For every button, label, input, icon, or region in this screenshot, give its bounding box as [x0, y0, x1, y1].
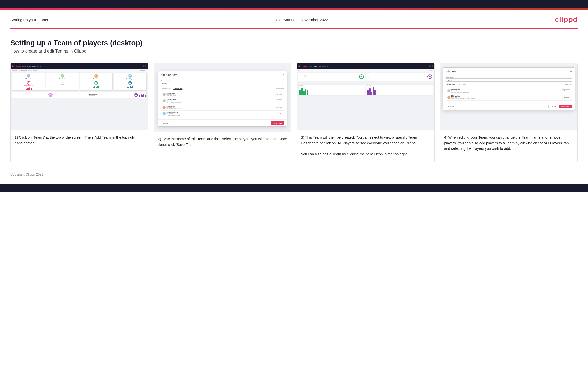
card-2-text: 2) Type the name of this Team and then s…	[154, 132, 291, 162]
page-title: Setting up a Team of players (desktop)	[10, 39, 578, 47]
player-row-4: Dave Billingham 3.8 Handicap The Dog Mag…	[161, 111, 284, 117]
filter-by-name: Filter by name	[274, 88, 284, 89]
edit-cancel-button[interactable]: Cancel	[548, 105, 558, 108]
copyright-text: Copyright Clippd 2021	[10, 172, 44, 176]
mock-subtitle-1: Showing 8 out of 8 players from: All Pla…	[11, 69, 148, 72]
edit-player-avatar-1	[447, 89, 450, 92]
mock-player-4: DB Dave Billingham 3.8 Handicap 78	[114, 73, 146, 91]
cards-row: clippd Home My Full Roster Teams — □ ✕ S…	[10, 63, 578, 162]
delete-team-button[interactable]: 🗑 Delete	[446, 105, 456, 108]
add-team-dialog: Add New Team ✕ Team Name * Team A My Tea…	[158, 71, 287, 127]
card-4-screenshot: Edit Team ✕ Team Name * Team A My Team (…	[440, 63, 578, 130]
player-status-3: Player Added	[275, 107, 282, 108]
player-row-1: Adrian Player Plus Handicap The Shire Lo…	[161, 91, 284, 98]
mock-player-3: BM Blair McHarg Plus Handicap 94	[80, 73, 113, 91]
save-team-button[interactable]: Save Team	[271, 121, 284, 125]
remove-player-button-2[interactable]: Remove	[562, 96, 570, 99]
edit-footer-actions: Cancel Save Team	[548, 105, 572, 108]
edit-player-avatar-2	[447, 96, 450, 99]
mock-topbar-3: clippd Home Teams My Performance — □ ✕	[297, 63, 434, 69]
player-row-3: Blair McHarg Plus Handicap Royal North D…	[161, 104, 284, 111]
edit-team-dialog: Edit Team ✕ Team Name * Team A My Team (…	[443, 67, 575, 110]
dialog-body: Team Name * Team A My Team (2) All Playe…	[158, 78, 287, 119]
footer-bar	[0, 184, 588, 192]
dot-3	[298, 65, 300, 67]
card-4: Edit Team ✕ Team Name * Team A My Team (…	[440, 63, 578, 162]
player-avatar-3	[163, 106, 166, 109]
edit-my-team-tab[interactable]: My Team (2)	[446, 83, 456, 86]
card-1-screenshot: clippd Home My Full Roster Teams — □ ✕ S…	[11, 63, 148, 130]
all-players-tab[interactable]: All Players	[173, 87, 183, 90]
player-avatar-1	[163, 93, 166, 96]
chart-area: Blair McHarg Richard Butler	[297, 82, 434, 97]
dialog-footer: Cancel Save Team	[158, 119, 287, 126]
edit-player-info-1: Adrian Player Plus Handicap The Shire Lo…	[451, 89, 561, 93]
footer: Copyright Clippd 2021	[0, 167, 588, 181]
card-3: clippd Home Teams My Performance — □ ✕ S…	[297, 63, 435, 162]
mock-player-2: AC Adrian Collins Central London GC 0 Ro…	[46, 73, 79, 91]
player-avatar-4	[163, 112, 166, 115]
dialog-title: Add New Team	[161, 74, 177, 76]
player-club-3: Royal North Devon Golf Club	[167, 108, 274, 109]
player-info-2: Adrian Coliba 1.5 Handicap Central Londo…	[167, 99, 276, 103]
edit-filter-by-name: Filter by name	[562, 84, 572, 85]
player-info-3: Blair McHarg Plus Handicap Royal North D…	[167, 105, 274, 109]
edit-player-club-1: The Shire London, United Kingdom	[451, 92, 561, 93]
team-players-grid: Blair McHarg Plus Handicap Royal North D…	[297, 72, 434, 82]
team-player-1: Blair McHarg Plus Handicap Royal North D…	[298, 73, 365, 81]
edit-player-club-2: Royal North Devon Golf Club, United King…	[451, 98, 561, 99]
player-row-2: Adrian Coliba 1.5 Handicap Central Londo…	[161, 98, 284, 104]
trash-icon: 🗑	[448, 106, 449, 107]
mock-subtitle-3: Showing 2 players ✏ 🔍	[297, 69, 434, 72]
add-player-button-4[interactable]: Add	[277, 112, 282, 115]
top-bar	[0, 0, 588, 8]
mock-player-5: RB Richard Butler Plus Handicap 72	[12, 92, 147, 98]
player-club-2: Central London Golf Centre	[167, 102, 276, 103]
team-name-input[interactable]: Team A	[161, 82, 284, 85]
add-player-button-2[interactable]: Add	[277, 99, 282, 102]
edit-dialog-close-icon[interactable]: ✕	[570, 70, 572, 73]
card-4-text: 4) When editing your Team, you can chang…	[440, 130, 578, 162]
card-2-screenshot: Add New Team ✕ Team Name * Team A My Tea…	[154, 63, 291, 132]
edit-dialog-header: Edit Team ✕	[443, 68, 575, 74]
dialog-close-icon[interactable]: ✕	[282, 73, 284, 76]
edit-dialog-title: Edit Team	[446, 70, 456, 73]
my-team-tab[interactable]: My Team (2)	[161, 87, 171, 90]
mock-topbar-1: clippd Home My Full Roster Teams — □ ✕	[11, 63, 148, 69]
player-club-4: The Dog Maging Golf Club	[167, 115, 276, 116]
dot-1	[12, 65, 14, 67]
card-3-text: 3) This Team will then be created. You c…	[297, 130, 434, 162]
player-club-1: The Shire London	[167, 95, 274, 97]
edit-dialog-body: Team Name * Team A My Team (2) All Playe…	[443, 74, 575, 103]
card-1: clippd Home My Full Roster Teams — □ ✕ S…	[10, 63, 148, 162]
edit-player-info-2: Blair McHarg Plus Handicap Royal North D…	[451, 95, 561, 99]
edit-player-row-2: Blair McHarg Plus Handicap Royal North D…	[446, 94, 572, 101]
edit-save-team-button[interactable]: Save Team	[559, 105, 572, 108]
player-status-1: Player Added	[275, 94, 282, 95]
team-name-label: Team Name *	[161, 80, 284, 82]
player-info-1: Adrian Player Plus Handicap The Shire Lo…	[167, 92, 274, 97]
card-1-text: 1) Click on 'Teams' at the top of the sc…	[11, 130, 148, 162]
main-content: Setting up a Team of players (desktop) H…	[0, 29, 588, 167]
card-2: Add New Team ✕ Team Name * Team A My Tea…	[154, 63, 292, 162]
player-avatar-2	[163, 99, 166, 102]
header-logo: clippd	[555, 15, 578, 24]
dialog-tabs: My Team (2) All Players Filter by name	[161, 87, 284, 90]
edit-dialog-tabs: My Team (2) All Players Filter by name	[446, 83, 572, 86]
cancel-button[interactable]: Cancel	[161, 121, 170, 125]
player-list: Adrian Player Plus Handicap The Shire Lo…	[161, 91, 284, 117]
player-info-4: Dave Billingham 3.8 Handicap The Dog Mag…	[167, 112, 276, 116]
dialog-header: Add New Team ✕	[158, 71, 287, 78]
mock-player-1: AC Adrian Coliba Plus Handicap 84 Fairwa…	[12, 73, 45, 91]
remove-player-button-1[interactable]: Remove	[562, 89, 570, 92]
team-player-2: Richard Butler Plus Handicap Royal North…	[366, 73, 433, 81]
edit-team-name-label: Team Name *	[446, 76, 572, 78]
header-left: Setting up your teams	[10, 18, 48, 22]
edit-team-name-input[interactable]: Team A	[446, 78, 572, 82]
card-3-screenshot: clippd Home Teams My Performance — □ ✕ S…	[297, 63, 434, 130]
mock-players-grid-1: AC Adrian Coliba Plus Handicap 84 Fairwa…	[11, 72, 148, 92]
header-center: User Manual – November 2022	[275, 18, 328, 22]
edit-player-row-1: Adrian Player Plus Handicap The Shire Lo…	[446, 88, 572, 94]
header: Setting up your teams User Manual – Nove…	[0, 10, 588, 28]
edit-all-players-tab[interactable]: All Players	[458, 83, 467, 86]
